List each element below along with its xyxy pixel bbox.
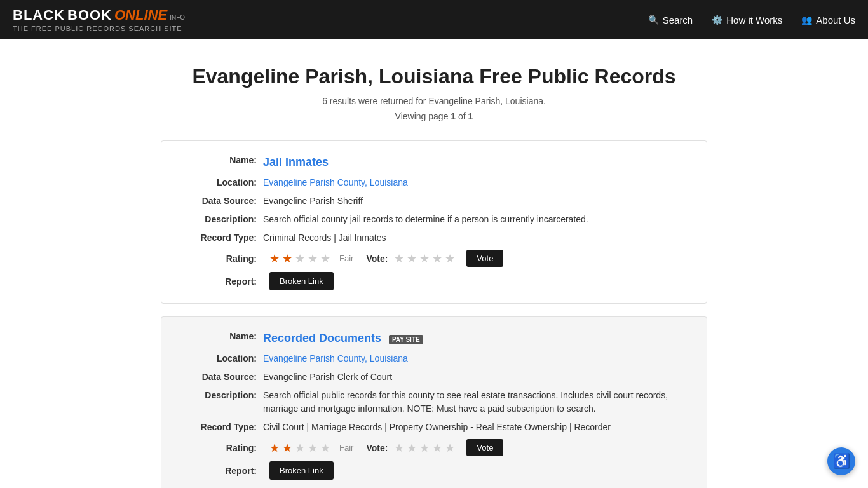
record-report-row: Report: Broken Link [180,272,688,290]
record-name-value: Jail Inmates [263,154,688,171]
record-description-row: Description: Search official county jail… [180,213,688,226]
record-location-row-2: Location: Evangeline Parish County, Loui… [180,352,688,365]
gear-icon: ⚙️ [712,15,722,25]
logo-info: INFO [170,14,185,21]
location-label-2: Location: [180,352,257,365]
jail-inmates-link[interactable]: Jail Inmates [263,156,329,168]
vote-star-2-2[interactable]: ★ [407,441,417,455]
people-icon: 👥 [801,15,812,25]
main-content: Evangeline Parish, Louisiana Free Public… [148,39,720,488]
rating-stars: ★ ★ ★ ★ ★ [269,252,330,266]
record-name-row: Name: Jail Inmates [180,154,688,171]
rating-text: Fair [339,254,353,263]
vote-stars: ★ ★ ★ ★ ★ [394,252,455,266]
vote-button-2[interactable]: Vote [466,439,503,456]
datasource-label: Data Source: [180,194,257,208]
record-type-value: Criminal Records | Jail Inmates [263,231,688,245]
logo-tagline: THE FREE PUBLIC RECORDS SEARCH SITE [13,25,185,32]
rating-star-2-2: ★ [282,441,292,455]
pagination-prefix: Viewing page [395,111,451,121]
record-type-row: Record Type: Criminal Records | Jail Inm… [180,231,688,245]
description-label: Description: [180,213,257,226]
vote-star-2[interactable]: ★ [407,252,417,266]
rating-star-2-4: ★ [308,441,318,455]
pagination-middle: of [456,111,468,121]
record-description-value: Search official county jail records to d… [263,213,688,226]
rating-star-3: ★ [295,252,305,266]
vote-star-3[interactable]: ★ [419,252,430,266]
record-type-value-2: Civil Court | Marriage Records | Propert… [263,421,688,434]
accessibility-button[interactable]: ♿ [827,447,855,475]
rating-star-4: ★ [308,252,318,266]
location-label: Location: [180,176,257,189]
record-name-value-2: Recorded Documents PAY SITE [263,330,688,347]
logo: BLACK BOOK ONLINE INFO THE FREE PUBLIC R… [13,7,185,32]
rating-star-2-1: ★ [269,441,280,455]
vote-stars-2: ★ ★ ★ ★ ★ [394,441,455,455]
location-link[interactable]: Evangeline Parish County, Louisiana [263,177,408,187]
recordtype-label-2: Record Type: [180,421,257,434]
main-nav: 🔍 Search ⚙️ How it Works 👥 About Us [648,15,855,25]
vote-label-2: Vote: [366,443,388,453]
report-label-2: Report: [180,466,257,476]
rating-text-2: Fair [339,443,353,452]
rating-label: Rating: [180,254,257,264]
record-rating-row: Rating: ★ ★ ★ ★ ★ Fair Vote: ★ ★ ★ ★ ★ V… [180,250,688,267]
vote-star-5[interactable]: ★ [445,252,455,266]
record-description-row-2: Description: Search official public reco… [180,389,688,416]
vote-star-4[interactable]: ★ [432,252,442,266]
broken-link-button-2[interactable]: Broken Link [269,461,334,480]
vote-label: Vote: [366,254,388,264]
nav-about-us-label: About Us [816,15,855,25]
record-card-jail-inmates: Name: Jail Inmates Location: Evangeline … [161,140,707,304]
record-location-row: Location: Evangeline Parish County, Loui… [180,176,688,189]
search-icon: 🔍 [648,15,659,25]
recordtype-label: Record Type: [180,231,257,245]
accessibility-icon: ♿ [833,453,850,470]
vote-star-2-3[interactable]: ★ [419,441,430,455]
rating-star-5: ★ [320,252,330,266]
record-location-value-2: Evangeline Parish County, Louisiana [263,352,688,365]
record-name-row-2: Name: Recorded Documents PAY SITE [180,330,688,347]
nav-about-us[interactable]: 👥 About Us [801,15,855,25]
nav-search[interactable]: 🔍 Search [648,15,693,25]
description-label-2: Description: [180,389,257,402]
broken-link-button[interactable]: Broken Link [269,272,334,290]
vote-star-2-5[interactable]: ★ [445,441,455,455]
record-datasource-value: Evangeline Parish Sheriff [263,194,688,208]
name-label: Name: [180,154,257,167]
record-rating-row-2: Rating: ★ ★ ★ ★ ★ Fair Vote: ★ ★ ★ ★ ★ V… [180,439,688,456]
pay-site-badge: PAY SITE [389,335,423,344]
report-label: Report: [180,276,257,287]
recorded-documents-link[interactable]: Recorded Documents [263,332,381,344]
record-report-row-2: Report: Broken Link [180,461,688,480]
name-label-2: Name: [180,330,257,343]
record-location-value: Evangeline Parish County, Louisiana [263,176,688,189]
vote-button[interactable]: Vote [466,250,503,267]
logo-book: BOOK [67,7,112,24]
site-header: BLACK BOOK ONLINE INFO THE FREE PUBLIC R… [0,0,868,39]
nav-how-it-works-label: How it Works [726,15,782,25]
rating-star-2-3: ★ [295,441,305,455]
pagination-total: 1 [468,111,473,121]
pagination-info: Viewing page 1 of 1 [161,111,707,121]
rating-star-2: ★ [282,252,292,266]
rating-label-2: Rating: [180,443,257,453]
vote-star-2-1[interactable]: ★ [394,441,404,455]
vote-star-1[interactable]: ★ [394,252,404,266]
vote-star-2-4[interactable]: ★ [432,441,442,455]
record-card-recorded-documents: Name: Recorded Documents PAY SITE Locati… [161,316,707,488]
page-title: Evangeline Parish, Louisiana Free Public… [161,65,707,88]
record-description-value-2: Search official public records for this … [263,389,688,416]
nav-search-label: Search [663,15,693,25]
record-type-row-2: Record Type: Civil Court | Marriage Reco… [180,421,688,434]
rating-stars-2: ★ ★ ★ ★ ★ [269,441,330,455]
location-link-2[interactable]: Evangeline Parish County, Louisiana [263,353,408,363]
pagination-current: 1 [451,111,456,121]
nav-how-it-works[interactable]: ⚙️ How it Works [712,15,782,25]
record-datasource-row-2: Data Source: Evangeline Parish Clerk of … [180,370,688,384]
logo-online: ONLINE [114,7,167,24]
results-info: 6 results were returned for Evangeline P… [161,96,707,106]
logo-black: BLACK [13,7,65,24]
rating-star-2-5: ★ [320,441,330,455]
